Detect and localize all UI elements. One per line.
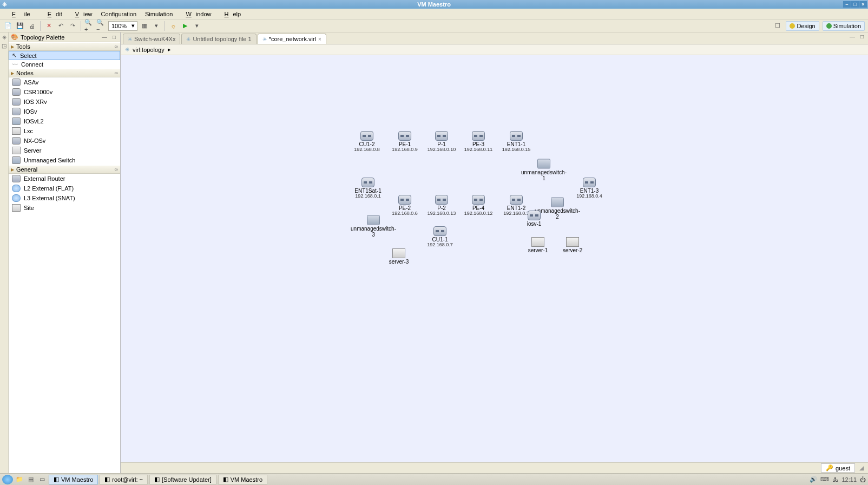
router-icon xyxy=(510,131,523,141)
menu-configuration[interactable]: Configuration xyxy=(97,10,141,18)
node-ip: 192.168.0.7 xyxy=(427,243,453,248)
menu-view[interactable]: View xyxy=(67,10,97,18)
perspective-design[interactable]: Design xyxy=(786,21,819,31)
palette-item-server[interactable]: Server xyxy=(9,146,120,155)
perspective-switch-icon[interactable]: ☐ xyxy=(773,21,782,31)
node-iosv-1[interactable]: iosv-1 xyxy=(512,211,556,227)
new-icon[interactable]: 📄 xyxy=(3,21,13,31)
tab--core_network-virl[interactable]: ✳*core_network.virl× xyxy=(258,34,326,44)
close-icon[interactable]: × xyxy=(859,1,867,8)
maximize-icon[interactable]: □ xyxy=(851,1,859,8)
pager-icon[interactable]: ▭ xyxy=(37,475,47,484)
tab-Untitled-topology-file-1[interactable]: ✳Untitled topology file 1 xyxy=(181,34,256,44)
breadcrumb-arrow-icon[interactable]: ▸ xyxy=(168,46,171,53)
undo-icon[interactable]: ↶ xyxy=(56,21,65,31)
palette-item-nx-osv[interactable]: NX-OSv xyxy=(9,136,120,146)
node-CU1-2[interactable]: CU1-2192.168.0.8 xyxy=(345,131,389,153)
zoom-input[interactable] xyxy=(109,23,129,29)
network-tray-icon[interactable]: 🖧 xyxy=(832,476,838,483)
zoom-combo[interactable]: ▾ xyxy=(108,21,137,31)
node-ENT1-3[interactable]: ENT1-3192.168.0.4 xyxy=(568,178,611,199)
palette-item-unmanaged-switch[interactable]: Unmanaged Switch xyxy=(9,155,120,165)
zoom-in-icon[interactable]: 🔍+ xyxy=(84,21,94,31)
tab-maximize-icon[interactable]: □ xyxy=(858,34,866,40)
taskbar-item[interactable]: ◧VM Maestro xyxy=(49,475,98,484)
volume-icon[interactable]: 🔊 xyxy=(810,476,817,483)
palette-item-csr1000v[interactable]: CSR1000v xyxy=(9,87,120,97)
node-ENT1-1[interactable]: ENT1-1192.168.0.15 xyxy=(495,131,538,153)
taskbar-item[interactable]: ◧[Software Updater] xyxy=(149,475,216,484)
maximize-view-icon[interactable]: □ xyxy=(110,34,118,40)
collapse-icon[interactable]: ∞ xyxy=(115,44,118,49)
palette-item-iosv[interactable]: IOSv xyxy=(9,107,120,116)
titlebar: ✳ VM Maestro − □ × xyxy=(0,0,868,9)
menu-file[interactable]: File xyxy=(3,10,39,18)
palette-item-external-router[interactable]: External Router xyxy=(9,174,120,183)
redo-icon[interactable]: ↷ xyxy=(68,21,77,31)
close-tab-icon[interactable]: × xyxy=(318,36,321,42)
node-PE-3[interactable]: PE-3192.168.0.11 xyxy=(457,131,500,153)
print-icon[interactable]: 🖨 xyxy=(27,21,37,31)
menu-simulation[interactable]: Simulation xyxy=(141,10,177,18)
gutter-icon-2[interactable]: ◳ xyxy=(2,43,6,49)
minimize-view-icon[interactable]: — xyxy=(101,34,108,40)
clock[interactable]: 12:11 xyxy=(841,476,857,483)
section-tools[interactable]: ▶ Tools ∞ xyxy=(9,42,120,51)
node-us1[interactable]: unmanagedswitch-1 xyxy=(522,159,565,181)
zoom-out-icon[interactable]: 🔍− xyxy=(96,21,106,31)
palette-item-l2-external-(flat)[interactable]: L2 External (FLAT) xyxy=(9,183,120,193)
expand-icon: ▶ xyxy=(11,44,14,49)
palette-item-asav[interactable]: ASAv xyxy=(9,77,120,87)
palette-item-ios-xrv[interactable]: IOS XRv xyxy=(9,97,120,107)
topology-canvas[interactable]: CU1-2192.168.0.8PE-1192.168.0.9P-1192.16… xyxy=(121,55,868,462)
grid-icon[interactable]: ▦ xyxy=(140,21,149,31)
palette-item-connect[interactable]: 〰Connect xyxy=(9,60,120,69)
menu-help[interactable]: Help xyxy=(216,10,246,18)
palette-item-lxc[interactable]: Lxc xyxy=(9,126,120,136)
node-PE-4[interactable]: PE-4192.168.0.12 xyxy=(457,195,500,217)
run-icon[interactable]: ▶ xyxy=(180,21,190,31)
gutter-icon-1[interactable]: ✳ xyxy=(2,35,6,41)
router-icon xyxy=(472,131,485,141)
router-icon xyxy=(12,108,21,115)
server-icon xyxy=(12,147,21,154)
chevron-down-icon[interactable]: ▾ xyxy=(129,22,137,29)
node-server-2[interactable]: server-2 xyxy=(551,237,594,253)
collapse-icon[interactable]: ∞ xyxy=(115,70,118,76)
terminal-icon[interactable]: ▤ xyxy=(26,475,36,484)
design-dot-icon xyxy=(790,23,795,29)
node-CU1-1[interactable]: CU1-1192.168.0.7 xyxy=(418,226,462,248)
taskbar-item[interactable]: ◧VM Maestro xyxy=(218,475,267,484)
tab-minimize-icon[interactable]: — xyxy=(849,34,856,40)
node-server-3[interactable]: server-3 xyxy=(377,248,420,265)
section-general[interactable]: ▶ General ∞ xyxy=(9,165,120,174)
dropdown-icon[interactable]: ▾ xyxy=(152,21,161,31)
perspective-simulation[interactable]: Simulation xyxy=(823,21,865,31)
start-button[interactable] xyxy=(2,475,13,484)
taskbar-item[interactable]: ◧root@virl: ~ xyxy=(100,475,148,484)
file-manager-icon[interactable]: 📁 xyxy=(15,475,24,484)
statusbar: 🔑 guest ◢ xyxy=(121,462,868,473)
palette-item-select[interactable]: ↖Select xyxy=(9,51,120,60)
power-icon[interactable]: ⏻ xyxy=(860,476,866,483)
node-us3[interactable]: unmanagedswitch-3 xyxy=(352,215,395,238)
status-user[interactable]: 🔑 guest xyxy=(821,463,855,473)
collapse-icon[interactable]: ∞ xyxy=(115,167,118,172)
tab-Switch-wuK4Xx[interactable]: ✳Switch-wuK4Xx xyxy=(123,34,180,44)
palette-item-site[interactable]: Site xyxy=(9,203,120,213)
palette-item-label: L2 External (FLAT) xyxy=(24,185,74,192)
menubar: File Edit View Configuration Simulation … xyxy=(0,9,868,19)
delete-icon[interactable]: ✕ xyxy=(44,21,54,31)
menu-window[interactable]: Window xyxy=(177,10,215,18)
palette-item-iosvl2[interactable]: IOSvL2 xyxy=(9,116,120,126)
palette-item-l3-external-(snat)[interactable]: L3 External (SNAT) xyxy=(9,193,120,203)
save-icon[interactable]: 💾 xyxy=(15,21,25,31)
dropdown2-icon[interactable]: ▾ xyxy=(192,21,202,31)
breadcrumb-label[interactable]: virl:topology xyxy=(133,47,165,53)
menu-edit[interactable]: Edit xyxy=(39,10,67,18)
minimize-icon[interactable]: − xyxy=(843,1,851,8)
section-nodes[interactable]: ▶ Nodes ∞ xyxy=(9,69,120,77)
build-icon[interactable]: ☼ xyxy=(168,21,178,31)
router-icon xyxy=(12,98,21,106)
keyboard-icon[interactable]: ⌨ xyxy=(820,476,829,483)
